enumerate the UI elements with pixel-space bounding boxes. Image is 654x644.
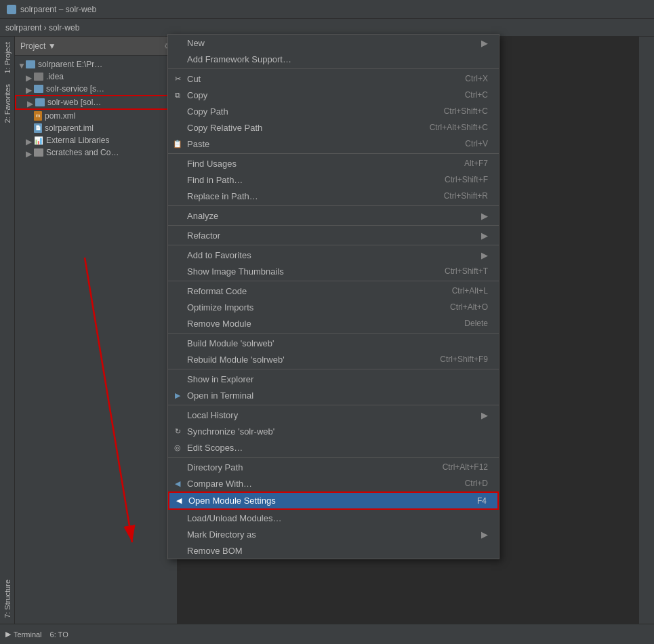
menu-label: Find in Path… xyxy=(187,175,431,185)
menu-item-show-in-explorer[interactable]: Show in Explorer xyxy=(168,371,499,387)
shortcut-label: Ctrl+X xyxy=(465,74,488,83)
shortcut-label: Alt+F7 xyxy=(464,159,488,168)
menu-label: Show Image Thumbnails xyxy=(187,266,431,277)
menu-label: Find Usages xyxy=(187,159,451,169)
menu-item-remove-bom[interactable]: Remove BOM xyxy=(168,542,499,559)
submenu-arrow-icon: ▶ xyxy=(481,230,488,241)
menu-separator xyxy=(168,457,499,458)
folder-icon xyxy=(34,148,43,157)
menu-label: Open in Terminal xyxy=(187,390,488,401)
tree-item-solr-service[interactable]: ▶ solr-service [s… xyxy=(15,83,177,95)
project-label: Project ▼ xyxy=(20,41,56,51)
menu-item-rebuild-module[interactable]: Rebuild Module 'solrweb' Ctrl+Shift+F9 xyxy=(168,351,499,367)
sidebar-tab-favorites[interactable]: 2: Favorites xyxy=(1,79,14,128)
compare-icon: ◀ xyxy=(172,478,183,489)
menu-item-cut[interactable]: ✂ Cut Ctrl+X xyxy=(168,71,499,87)
menu-item-synchronize[interactable]: ↻ Synchronize 'solr-web' xyxy=(168,423,499,439)
menu-item-reformat-code[interactable]: Reformat Code Ctrl+Alt+L xyxy=(168,283,499,299)
status-todo[interactable]: 6: TO xyxy=(50,630,68,639)
menu-label: Optimize Imports xyxy=(187,302,436,313)
status-terminal-label: Terminal xyxy=(14,630,42,639)
menu-label: Analyze xyxy=(187,211,476,221)
menu-label: Edit Scopes… xyxy=(187,443,488,453)
menu-item-find-usages[interactable]: Find Usages Alt+F7 xyxy=(168,155,499,172)
tree-item-label: External Libraries xyxy=(46,136,109,145)
menu-item-paste[interactable]: 📋 Paste Ctrl+V xyxy=(168,136,499,152)
folder-icon xyxy=(34,73,43,81)
shortcut-label: Ctrl+Shift+F9 xyxy=(440,355,488,364)
context-menu: New ▶ Add Framework Support… ✂ Cut Ctrl+… xyxy=(167,34,499,559)
menu-item-compare-with[interactable]: ◀ Compare With… Ctrl+D xyxy=(168,475,499,491)
menu-item-remove-module[interactable]: Remove Module Delete xyxy=(168,315,499,331)
tree-item-pom[interactable]: m pom.xml xyxy=(15,110,177,122)
menu-item-new[interactable]: New ▶ xyxy=(168,35,499,51)
tree-item-idea[interactable]: ▶ .idea xyxy=(15,71,177,83)
sync-icon: ↻ xyxy=(172,426,183,437)
menu-item-open-in-terminal[interactable]: ▶ Open in Terminal xyxy=(168,387,499,403)
shortcut-label: Ctrl+Alt+O xyxy=(450,302,488,312)
shortcut-label: Ctrl+Alt+L xyxy=(452,286,488,296)
shortcut-label: Ctrl+Alt+Shift+C xyxy=(430,123,488,132)
menu-label: Open Module Settings xyxy=(188,496,464,506)
menu-item-local-history[interactable]: Local History ▶ xyxy=(168,407,499,423)
lib-icon: 📊 xyxy=(34,136,43,144)
menu-item-copy[interactable]: ⧉ Copy Ctrl+C xyxy=(168,87,499,103)
menu-item-load-unload[interactable]: Load/Unload Modules… xyxy=(168,510,499,526)
menu-item-show-image-thumbnails[interactable]: Show Image Thumbnails Ctrl+Shift+T xyxy=(168,263,499,279)
menu-label: Copy Path xyxy=(187,106,430,117)
tree-item-label: .idea xyxy=(46,72,64,81)
tree-item-solrparent[interactable]: ▼ solrparent E:\Pr… xyxy=(15,58,177,71)
menu-label: Local History xyxy=(187,410,476,420)
menu-separator xyxy=(168,68,499,69)
menu-label: Cut xyxy=(187,74,451,84)
scope-icon: ◎ xyxy=(172,442,183,453)
menu-separator xyxy=(168,225,499,226)
menu-item-optimize-imports[interactable]: Optimize Imports Ctrl+Alt+O xyxy=(168,299,499,315)
menu-item-refactor[interactable]: Refactor ▶ xyxy=(168,227,499,243)
menu-item-copy-relative-path[interactable]: Copy Relative Path Ctrl+Alt+Shift+C xyxy=(168,119,499,136)
folder-icon xyxy=(34,85,43,93)
menu-item-find-in-path[interactable]: Find in Path… Ctrl+Shift+F xyxy=(168,172,499,188)
shortcut-label: Delete xyxy=(464,319,488,328)
menu-item-mark-directory[interactable]: Mark Directory as ▶ xyxy=(168,526,499,542)
menu-item-add-to-favorites[interactable]: Add to Favorites ▶ xyxy=(168,247,499,263)
tree-item-label: pom.xml xyxy=(45,111,75,121)
tree-item-solr-web[interactable]: ▶ solr-web [sol… xyxy=(15,95,177,110)
sidebar-tab-project[interactable]: 1: Project xyxy=(1,37,14,79)
paste-icon: 📋 xyxy=(172,138,183,149)
chevron-right-icon: ▶ xyxy=(26,73,33,80)
menu-separator xyxy=(168,369,499,369)
submenu-arrow-icon: ▶ xyxy=(481,410,488,420)
menu-item-directory-path[interactable]: Directory Path Ctrl+Alt+F12 xyxy=(168,459,499,475)
title-bar: solrparent – solr-web xyxy=(0,0,654,19)
tree-item-label: solrparent.iml xyxy=(45,123,94,133)
chevron-down-icon: ▼ xyxy=(18,61,24,68)
menu-item-build-module[interactable]: Build Module 'solrweb' xyxy=(168,335,499,351)
tree-item-scratches[interactable]: ▶ Scratches and Co… xyxy=(15,146,177,159)
submenu-arrow-icon: ▶ xyxy=(481,211,488,221)
menu-label: Refactor xyxy=(187,230,476,241)
sidebar-tab-structure[interactable]: 7: Structure xyxy=(1,574,14,624)
folder-icon xyxy=(26,60,35,68)
tree-item-external-libs[interactable]: ▶ 📊 External Libraries xyxy=(15,134,177,146)
menu-item-analyze[interactable]: Analyze ▶ xyxy=(168,207,499,224)
tree-item-iml[interactable]: 📄 solrparent.iml xyxy=(15,122,177,134)
folder-icon xyxy=(35,98,45,106)
menu-label: Add Framework Support… xyxy=(187,54,488,64)
menu-item-replace-in-path[interactable]: Replace in Path… Ctrl+Shift+R xyxy=(168,188,499,204)
menu-label: Reformat Code xyxy=(187,286,438,296)
menu-separator xyxy=(168,405,499,405)
iml-file-icon: 📄 xyxy=(34,123,42,133)
menu-item-add-framework[interactable]: Add Framework Support… xyxy=(168,51,499,67)
menu-item-copy-path[interactable]: Copy Path Ctrl+Shift+C xyxy=(168,103,499,119)
menu-label: New xyxy=(187,38,476,48)
menu-item-open-module-settings[interactable]: ◀ Open Module Settings F4 xyxy=(168,491,499,510)
shortcut-label: Ctrl+Alt+F12 xyxy=(443,462,488,472)
status-terminal[interactable]: ▶ Terminal xyxy=(5,630,42,639)
shortcut-label: Ctrl+C xyxy=(465,90,488,100)
shortcut-label: Ctrl+Shift+F xyxy=(445,175,488,184)
menu-label: Rebuild Module 'solrweb' xyxy=(187,355,426,365)
menu-item-edit-scopes[interactable]: ◎ Edit Scopes… xyxy=(168,439,499,456)
project-panel-header[interactable]: Project ▼ ⚙ xyxy=(15,37,177,56)
tree-item-label: solrparent E:\Pr… xyxy=(38,60,102,69)
